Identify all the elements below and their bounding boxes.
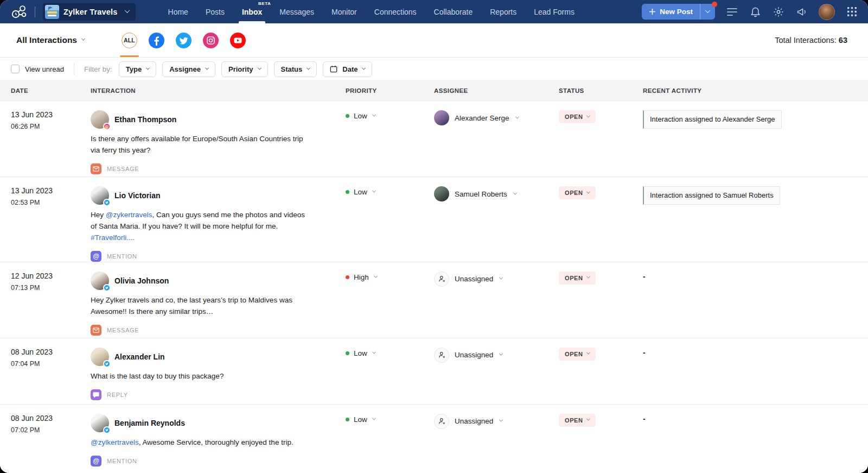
interaction-row[interactable]: 13 Jun 202306:26 PMEthan ThompsonIs ther… bbox=[0, 101, 868, 177]
interaction-row[interactable]: 08 Jun 202307:02 PMBenjamin Reynolds@zyl… bbox=[0, 405, 868, 469]
priority-dropdown[interactable]: High bbox=[346, 273, 423, 281]
author-name[interactable]: Alexander Lin bbox=[114, 352, 165, 361]
priority-dropdown[interactable]: Low bbox=[346, 188, 423, 196]
interaction-cell: Lio VictorianHey @zykertravels, Can you … bbox=[80, 177, 335, 262]
assignee-name: Samuel Roberts bbox=[455, 190, 507, 198]
recent-activity-empty: - bbox=[643, 272, 646, 281]
author-avatar[interactable] bbox=[91, 348, 109, 366]
twitter-badge-icon bbox=[103, 199, 111, 206]
author-avatar[interactable] bbox=[91, 110, 109, 129]
priority-dot bbox=[346, 190, 349, 194]
interaction-message: What is the last day to buy this package… bbox=[91, 371, 311, 382]
user-avatar[interactable] bbox=[819, 4, 835, 20]
youtube-icon bbox=[230, 33, 246, 48]
chevron-down-icon bbox=[372, 113, 376, 117]
interactions-bar: All Interactions ALL Total Interactions:… bbox=[0, 23, 868, 58]
interaction-cell: Alexander LinWhat is the last day to buy… bbox=[80, 338, 335, 404]
status-badge: OPEN bbox=[565, 351, 583, 357]
chevron-down-icon bbox=[146, 66, 150, 70]
author-avatar[interactable] bbox=[91, 272, 109, 290]
priority-label: Low bbox=[354, 349, 367, 357]
assignee-dropdown[interactable]: Unassigned bbox=[434, 272, 548, 287]
chevron-down-icon bbox=[499, 352, 503, 356]
interaction-type: MESSAGE bbox=[91, 163, 335, 174]
nav-item-collaborate[interactable]: Collaborate bbox=[434, 0, 473, 23]
network-tab-instagram[interactable] bbox=[203, 33, 219, 48]
network-tab-youtube[interactable] bbox=[230, 33, 246, 48]
interactions-view-selector[interactable]: All Interactions bbox=[16, 35, 85, 45]
nav-item-inbox[interactable]: InboxBETA bbox=[242, 0, 262, 23]
chevron-down-icon bbox=[513, 191, 517, 194]
mention-link[interactable]: @zylkertravels bbox=[91, 438, 139, 446]
chevron-down-icon bbox=[586, 417, 590, 421]
assignee-dropdown[interactable]: Samuel Roberts bbox=[434, 186, 548, 201]
interaction-message: @zylkertravels, Awesome Service, thoroug… bbox=[91, 437, 311, 449]
status-dropdown[interactable]: OPEN bbox=[559, 110, 596, 123]
status-dropdown[interactable]: OPEN bbox=[559, 414, 596, 427]
table-header: DateInteractionPriorityAssigneeStatusRec… bbox=[0, 81, 868, 101]
priority-dropdown[interactable]: Low bbox=[346, 349, 423, 357]
status-dropdown[interactable]: OPEN bbox=[559, 186, 596, 199]
author-name[interactable]: Ethan Thompson bbox=[114, 115, 176, 124]
filter-date-button[interactable]: Date bbox=[323, 61, 372, 77]
author-name[interactable]: Benjamin Reynolds bbox=[114, 419, 185, 427]
filter-priority-button[interactable]: Priority bbox=[221, 61, 268, 77]
status-dropdown[interactable]: OPEN bbox=[559, 348, 596, 361]
megaphone-icon[interactable] bbox=[795, 5, 808, 18]
priority-dropdown[interactable]: Low bbox=[346, 415, 423, 424]
mention-link[interactable]: @zykertravels bbox=[106, 211, 152, 219]
interaction-row[interactable]: 13 Jun 202302:53 PMLio VictorianHey @zyk… bbox=[0, 177, 868, 262]
status-badge: OPEN bbox=[565, 417, 583, 424]
chevron-down-icon bbox=[586, 190, 590, 193]
brand-selector[interactable]: Zylker Travels bbox=[43, 3, 136, 21]
network-tab-twitter[interactable] bbox=[176, 33, 192, 48]
author-name[interactable]: Lio Victorian bbox=[114, 191, 161, 200]
interactions-title: All Interactions bbox=[16, 35, 77, 45]
view-unread-checkbox[interactable] bbox=[11, 65, 20, 73]
gear-icon[interactable] bbox=[772, 5, 785, 18]
author-avatar[interactable] bbox=[91, 186, 109, 205]
nav-item-connections[interactable]: Connections bbox=[374, 0, 417, 23]
nav-item-lead-forms[interactable]: Lead Forms bbox=[534, 0, 575, 23]
nav-item-posts[interactable]: Posts bbox=[206, 0, 225, 23]
mention-icon: @ bbox=[91, 251, 101, 262]
app-window: Zylker Travels HomePostsInboxBETAMessage… bbox=[0, 0, 868, 473]
twitter-badge-icon bbox=[103, 426, 111, 434]
filter-type-button[interactable]: Type bbox=[119, 61, 156, 77]
assignee-cell: Unassigned bbox=[423, 262, 548, 338]
network-tab-facebook[interactable] bbox=[149, 33, 164, 48]
apps-grid-icon[interactable] bbox=[845, 5, 858, 18]
priority-label: Low bbox=[354, 415, 367, 424]
nav-item-monitor[interactable]: Monitor bbox=[331, 0, 357, 23]
author-name[interactable]: Olivia Johnson bbox=[114, 276, 169, 285]
nav-item-reports[interactable]: Reports bbox=[490, 0, 516, 23]
interaction-row[interactable]: 12 Jun 202307:13 PMOlivia JohnsonHey Zyl… bbox=[0, 262, 868, 338]
assignee-dropdown[interactable]: Alexander Serge bbox=[434, 110, 548, 125]
recent-activity-cell: Interaction assigned to Samuel Roberts bbox=[632, 177, 868, 262]
bell-icon[interactable] bbox=[749, 5, 762, 18]
recent-activity-cell: - bbox=[632, 405, 868, 469]
menu-lines-icon[interactable] bbox=[725, 5, 738, 18]
filter-status-button[interactable]: Status bbox=[274, 61, 317, 77]
mention-link[interactable]: #Travelforli.... bbox=[91, 234, 135, 242]
notification-dot bbox=[712, 2, 717, 7]
priority-dropdown[interactable]: Low bbox=[346, 112, 423, 120]
new-post-button[interactable]: New Post bbox=[642, 4, 715, 20]
author-avatar[interactable] bbox=[91, 414, 109, 432]
network-tab-all[interactable]: ALL bbox=[122, 33, 137, 48]
zoho-social-logo-icon[interactable] bbox=[11, 4, 27, 20]
status-dropdown[interactable]: OPEN bbox=[559, 272, 596, 285]
filter-assignee-button[interactable]: Assignee bbox=[162, 61, 215, 77]
interaction-row[interactable]: 08 Jun 202307:04 PMAlexander LinWhat is … bbox=[0, 338, 868, 405]
priority-cell: Low bbox=[335, 101, 423, 176]
network-filter-tabs: ALL bbox=[122, 23, 246, 57]
interaction-date: 08 Jun 2023 bbox=[11, 348, 80, 356]
assignee-cell: Unassigned bbox=[423, 405, 548, 469]
nav-item-messages[interactable]: Messages bbox=[279, 0, 314, 23]
nav-item-home[interactable]: Home bbox=[168, 0, 188, 23]
status-badge: OPEN bbox=[565, 275, 583, 281]
assignee-dropdown[interactable]: Unassigned bbox=[434, 348, 548, 363]
calendar-icon bbox=[330, 65, 337, 73]
total-interactions-count: 63 bbox=[839, 36, 847, 45]
assignee-dropdown[interactable]: Unassigned bbox=[434, 414, 548, 429]
